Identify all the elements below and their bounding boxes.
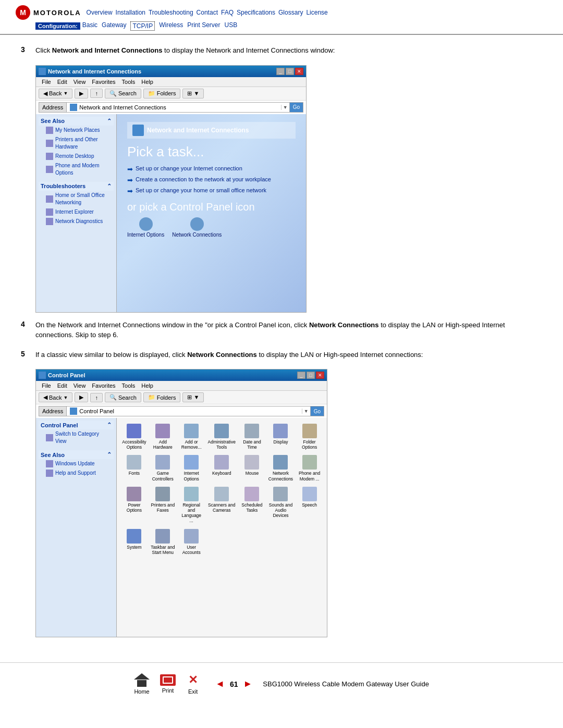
cp-icon-accessibility[interactable]: Accessibility Options [121,422,148,451]
cp-addr-content[interactable]: Control Panel [67,408,301,415]
cp-menu-tools[interactable]: Tools [119,382,139,389]
nic-go-button[interactable]: Go [289,103,303,112]
cp-icon-taskbar[interactable]: Taskbar and Start Menu [150,527,176,557]
cp-maximize-button[interactable]: □ [307,372,315,379]
nav-contact[interactable]: Contact [197,9,218,16]
cp-view-button[interactable]: ⊞ ▼ [182,392,204,402]
nic-menu-edit[interactable]: Edit [54,78,70,85]
cp-icon-keyboard[interactable]: Keyboard [207,453,237,483]
cp-up-button[interactable]: ↑ [90,393,103,402]
cp-menu-view[interactable]: View [70,382,89,389]
cp-windows-update[interactable]: Windows Update [39,459,114,468]
config-wireless[interactable]: Wireless [159,21,183,31]
cp-icon-phone-modem[interactable]: Phone and Modem ... [296,453,323,483]
nic-menu-tools[interactable]: Tools [119,78,139,85]
nav-overview[interactable]: Overview [87,9,113,16]
cp-icon-regional[interactable]: Regional and Language ... [178,485,205,525]
nic-maximize-button[interactable]: □ [286,68,294,75]
cp-folders-button[interactable]: 📁 Folders [143,392,181,402]
cp-menu-favorites[interactable]: Favorites [89,382,118,389]
cp-icon-add-hardware[interactable]: Add Hardware [150,422,176,451]
nic-network-connections-icon[interactable]: Network Connections [172,217,222,238]
cp-icon-sounds[interactable]: Sounds and Audio Devices [267,485,294,525]
cp-icon-date-time[interactable]: Date and Time [239,422,265,451]
nic-sidebar-printers[interactable]: Printers and Other Hardware [39,135,114,152]
nic-view-button[interactable]: ⊞ ▼ [182,89,204,98]
troubleshooters-collapse-icon[interactable]: ⌃ [107,183,112,190]
nic-folders-button[interactable]: 📁 Folders [143,89,181,98]
cp-search-button[interactable]: 🔍 Search [105,392,141,402]
cp-icon-scheduled-tasks[interactable]: Scheduled Tasks [239,485,265,525]
see-also-collapse-icon[interactable]: ⌃ [107,118,112,125]
next-page-button[interactable]: ► [243,678,252,689]
cp-icon-fonts[interactable]: Fonts [121,453,148,483]
cp-collapse-icon[interactable]: ⌃ [107,422,112,428]
nav-faq[interactable]: FAQ [221,9,234,16]
nav-glossary[interactable]: Glossary [278,9,303,16]
nic-sidebar-modem-options[interactable]: Phone and Modem Options [39,161,114,178]
cp-forward-button[interactable]: ▶ [75,392,88,402]
nic-minimize-button[interactable]: _ [276,68,285,75]
prev-page-button[interactable]: ◄ [215,678,225,689]
config-usb[interactable]: USB [225,21,238,31]
cp-icon-printers[interactable]: Printers and Faxes [150,485,176,525]
cp-close-button[interactable]: ✕ [316,372,324,379]
print-nav-button[interactable]: Print [160,674,176,694]
cp-icon-display[interactable]: Display [267,422,294,451]
config-printserver[interactable]: Print Server [187,21,220,31]
cp-icon-network-connections[interactable]: Network Connections [267,453,294,483]
cp-icon-mouse[interactable]: Mouse [239,453,265,483]
cp-icon-system[interactable]: System [121,527,148,557]
nic-sidebar-remote-desktop[interactable]: Remote Desktop [39,152,114,161]
nav-license[interactable]: License [306,9,327,16]
nic-sidebar-home-networking[interactable]: Home or Small Office Networking [39,191,114,207]
nic-menu-favorites[interactable]: Favorites [89,78,118,85]
cp-icon-scanners[interactable]: Scanners and Cameras [207,485,237,525]
cp-icon-admin-tools[interactable]: Administrative Tools [207,422,237,451]
nic-task-3[interactable]: ➡ Set up or change your home or small of… [127,187,296,195]
nic-task-1[interactable]: ➡ Set up or change your Internet connect… [127,165,296,173]
cp-back-button[interactable]: ◀ Back ▼ [39,392,72,402]
cp-go-button[interactable]: Go [310,406,324,416]
cp-see-also-collapse-icon[interactable]: ⌃ [107,451,112,458]
nic-search-button[interactable]: 🔍 Search [105,89,141,98]
nic-body: See Also ⌃ My Network Places Printers an… [36,114,306,312]
nic-back-button[interactable]: ◀ Back ▼ [39,89,72,98]
home-nav-button[interactable]: Home [134,673,150,695]
config-basic[interactable]: Basic [82,21,97,31]
config-tcpip[interactable]: TCP/IP [130,21,155,31]
nic-sidebar-net-diagnostics[interactable]: Network Diagnostics [39,217,114,226]
cp-icon-game-controllers[interactable]: Game Controllers [150,453,176,483]
nic-menu-file[interactable]: File [39,78,54,85]
cp-addr-dropdown[interactable]: ▼ [302,409,310,414]
nic-up-button[interactable]: ↑ [90,89,103,98]
nic-sidebar-network-places[interactable]: My Network Places [39,126,114,135]
nav-installation[interactable]: Installation [116,9,145,16]
nav-troubleshooting[interactable]: Troubleshooting [149,9,193,16]
cp-icon-folder-options[interactable]: Folder Options [296,422,323,451]
nic-sidebar-ie[interactable]: Internet Explorer [39,207,114,217]
cp-menu-help[interactable]: Help [138,382,156,389]
nic-forward-button[interactable]: ▶ [75,89,88,98]
nic-menu-view[interactable]: View [70,78,89,85]
nic-internet-options-icon[interactable]: Internet Options [127,217,164,238]
nic-addr-dropdown[interactable]: ▼ [281,105,289,110]
cp-icon-user-accounts[interactable]: User Accounts [178,527,205,557]
nic-addr-content[interactable]: Network and Internet Connections [67,104,280,111]
game-controllers-icon [155,455,170,470]
cp-icon-add-remove[interactable]: Add or Remove... [178,422,205,451]
cp-menu-edit[interactable]: Edit [54,382,70,389]
nic-menu-help[interactable]: Help [138,78,156,85]
cp-help-support[interactable]: Help and Support [39,468,114,478]
config-gateway[interactable]: Gateway [102,21,126,31]
nic-task-2[interactable]: ➡ Create a connection to the network at … [127,176,296,184]
cp-menu-file[interactable]: File [39,382,54,389]
cp-icon-internet-options[interactable]: Internet Options [178,453,205,483]
nic-close-button[interactable]: ✕ [295,68,303,75]
exit-nav-button[interactable]: ✕ Exit [186,673,200,695]
cp-switch-category[interactable]: Switch to Category View [39,429,114,446]
cp-icon-power[interactable]: Power Options [121,485,148,525]
nav-specifications[interactable]: Specifications [237,9,275,16]
cp-icon-speech[interactable]: Speech [296,485,323,525]
cp-minimize-button[interactable]: _ [297,372,305,379]
